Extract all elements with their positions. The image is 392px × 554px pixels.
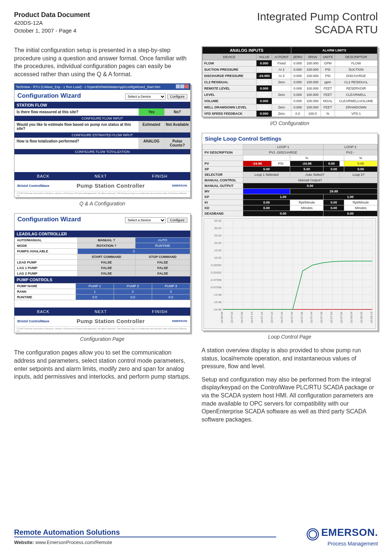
ai-zero[interactable]: 0.000 [291,79,304,85]
ai-zero[interactable]: 0.000 [291,67,304,73]
ai-descriptor[interactable]: CL2 RESIDUAL [335,79,378,85]
q3-analog-button[interactable]: ANALOG [138,138,164,149]
pumps-available-value[interactable]: 3 [77,249,190,254]
ai-point[interactable]: Zero [272,92,291,98]
auto-button[interactable]: AUTO [135,238,190,243]
back-button-2[interactable]: BACK [37,309,50,314]
ai-row: FLOW0.000Fixed0.000100.000GPMFLOW [202,60,378,67]
ai-span[interactable]: 100.0 [304,111,321,117]
ai-span[interactable]: 100.000 [304,92,321,98]
ai-point[interactable]: AI 3 [272,73,291,79]
device-select-2[interactable]: Select a Device [125,217,166,223]
svg-text:10:57:14: 10:57:14 [250,312,254,323]
next-button-2[interactable]: NEXT [95,309,107,314]
ai-descriptor[interactable]: CLEARWELLVOLUME [335,98,378,104]
ai-zero[interactable]: 0.000 [291,73,304,79]
window-titlebar: TechView - RTU (CWave_Exp - 1 Run Load) … [14,84,190,90]
ai-units[interactable]: PSI [321,73,335,79]
q2-estimated-button[interactable]: Estimated [138,121,164,132]
ai-title: ANALOG INPUTS [202,47,291,54]
ai-units[interactable]: ppm [321,79,335,85]
ai-span[interactable]: 100.000 [304,67,321,73]
ai-descriptor[interactable]: SUCTION [335,67,378,73]
next-button[interactable]: NEXT [95,174,107,178]
ai-zero[interactable]: 0.000 [291,85,304,92]
q3-pulse-button[interactable]: Pulse Counts? [164,138,190,149]
svg-text:10:57:19: 10:57:19 [260,312,264,323]
ai-units[interactable]: FEET [321,92,335,98]
sub-configure-flow-input[interactable]: CONFIGURE FLOW INPUT [14,116,190,121]
sub-configure-flow-total[interactable]: CONFIGURE FLOW TOTALIZATION [14,149,190,154]
ai-span[interactable]: 100.000 [304,60,321,67]
ai-span[interactable]: 100.000 [304,104,321,111]
ai-descriptor[interactable]: DISCHARGE [335,73,378,79]
header-right: Integrated Pump Control SCADA RTU [257,10,378,36]
wizard-header-2: Configuration Wizard Select a Device Con… [14,214,190,225]
ai-descriptor[interactable]: FLOW [335,60,378,67]
config-pages-paragraph: The configuration pages allow you to set… [14,349,191,380]
finish-button-2[interactable]: FINISH [152,309,168,314]
setup-paragraph: Setup and configuration may also be perf… [202,376,378,424]
ai-zero[interactable]: 0.000 [291,98,304,104]
ai-point[interactable]: AI 2 [272,67,291,73]
ai-point[interactable]: Zero [272,111,291,117]
finish-button[interactable]: FINISH [152,174,168,178]
ai-zero[interactable]: 0.000 [291,104,304,111]
ai-zero[interactable]: 0.0 [291,111,304,117]
svg-text:10:58:04: 10:58:04 [349,312,353,323]
doc-date: October 1, 2007 - Page 4 [14,27,90,34]
ai-device: SUCTION PRESSURE [202,67,256,73]
sub-configure-estimated-flow[interactable]: CONFIGURE ESTIMATED FLOW INPUT [14,132,190,138]
ai-units[interactable]: FEET [321,104,335,111]
svg-text:-4.97998: -4.97998 [210,278,222,282]
ai-row: VOLUME0.0000.000100.000MGALCLEARWELLVOLU… [202,98,378,104]
minimize-icon[interactable] [176,84,180,88]
ai-units[interactable]: MGAL [321,98,335,104]
ai-descriptor[interactable]: VFD 1 [335,111,378,117]
configure-button-2[interactable]: Configure [167,218,187,223]
section-pumpcontrols: PUMP CONTROLS [14,276,190,283]
ai-point[interactable] [272,85,291,92]
ai-point[interactable] [272,98,291,104]
ai-span[interactable]: 100.000 [304,79,321,85]
ai-units[interactable]: GPM [321,60,335,67]
window-controls[interactable] [175,84,189,89]
ai-device: VOLUME [202,98,256,104]
ai-units[interactable]: % [321,111,335,117]
rotation-button[interactable]: ROTATION ? [77,243,135,249]
runtime-button[interactable]: RUNTIME [135,243,190,249]
svg-text:10:57:34: 10:57:34 [290,312,293,323]
ai-units[interactable]: FEET [321,85,335,92]
q1-yes-button[interactable]: Yes [138,108,164,115]
ai-zero[interactable]: 0.000 [291,60,304,67]
ai-device: FLOW [202,60,256,67]
ai-descriptor[interactable]: DRAWDOWN [335,104,378,111]
ai-descriptor[interactable]: RESERVOIR [335,85,378,92]
ai-zero[interactable]: 0.000 [291,92,304,98]
maximize-icon[interactable] [180,84,184,88]
svg-text:10:57:04: 10:57:04 [230,312,234,323]
ai-span[interactable]: 100.000 [304,85,321,92]
ai-point[interactable]: Zero [272,79,291,85]
header-left: Product Data Document 420DS-12A October … [14,10,90,36]
caption-loop-control: Loop Control Page [202,334,378,340]
manual-button[interactable]: MANUAL ? [77,238,135,243]
q2-notavail-button[interactable]: Not Available [164,121,190,132]
ai-point[interactable]: Zero [272,104,291,111]
ai-descriptor[interactable]: CLEARWELL [335,92,378,98]
ai-span[interactable]: 100.000 [304,73,321,79]
close-icon[interactable] [185,84,189,88]
emerson-logo-small-2: EMERSON [172,319,187,323]
config-page-figure: Configuration Wizard Select a Device Con… [14,213,191,333]
q1-no-button[interactable]: No? [164,108,190,115]
ai-row: WELL DRAWDOWN LEVEL0.000Zero0.000100.000… [202,104,378,111]
configure-button[interactable]: Configure [167,94,187,99]
device-select[interactable]: Select a Device [125,94,166,100]
ai-span[interactable]: 100.000 [304,98,321,104]
loop-title: Single Loop Control Settings [202,133,378,144]
ai-units[interactable]: PSI [321,67,335,73]
back-button[interactable]: BACK [37,174,50,178]
svg-text:-9.97998: -9.97998 [210,286,222,289]
svg-text:30.02: 30.02 [214,226,221,230]
ai-point[interactable]: Fixed [272,60,291,67]
